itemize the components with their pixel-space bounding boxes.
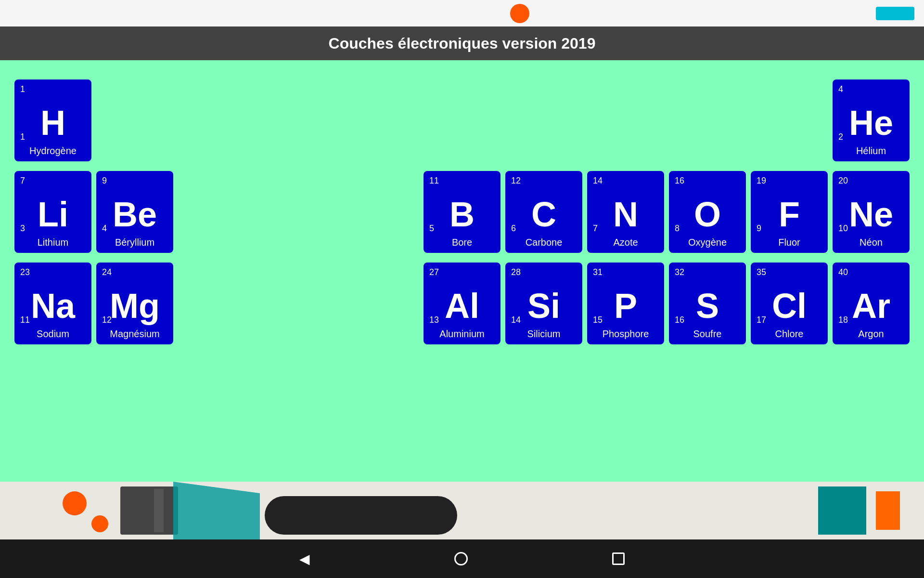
element-name: Argon [858, 328, 884, 340]
element-nitrogen[interactable]: 14 N 7 Azote [587, 171, 664, 253]
element-oxygen[interactable]: 16 O 8 Oxygène [669, 171, 746, 253]
element-name: Sodium [37, 328, 69, 340]
element-symbol: O [694, 197, 721, 232]
recents-icon [612, 552, 625, 565]
deco-circle-1 [63, 491, 87, 515]
element-name: Chlore [775, 328, 804, 340]
deco-arrow [154, 489, 164, 532]
element-name: Azote [613, 237, 638, 248]
period-row-1: 1 H 1 Hydrogène 4 He 2 Hélium [14, 79, 910, 161]
bottom-decoration [0, 482, 924, 539]
element-symbol: Mg [110, 289, 160, 323]
element-name: Silicium [527, 328, 561, 340]
atomic-number: 1 [20, 84, 25, 94]
element-carbon[interactable]: 12 C 6 Carbone [505, 171, 582, 253]
element-name: Lithium [38, 237, 68, 248]
element-symbol: He [849, 105, 893, 140]
atomic-number: 20 [838, 176, 848, 186]
atomic-number: 32 [675, 267, 684, 277]
element-symbol: F [779, 197, 800, 232]
element-name: Fluor [778, 237, 800, 248]
element-symbol: Cl [772, 289, 807, 323]
element-name: Hélium [856, 145, 886, 157]
element-name: Néon [860, 237, 883, 248]
element-name: Bore [452, 237, 472, 248]
element-name: Oxygène [688, 237, 727, 248]
element-fluorine[interactable]: 19 F 9 Fluor [751, 171, 828, 253]
atomic-number: 35 [757, 267, 766, 277]
element-symbol: Li [38, 197, 68, 232]
period-row-3: 23 Na 11 Sodium 24 Mg 12 Magnésium 27 Al… [14, 263, 910, 344]
element-symbol: P [614, 289, 637, 323]
recents-button[interactable] [612, 552, 625, 565]
element-lithium[interactable]: 7 Li 3 Lithium [14, 171, 91, 253]
atomic-number: 24 [102, 267, 112, 277]
element-beryllium[interactable]: 9 Be 4 Béryllium [96, 171, 173, 253]
element-phosphorus[interactable]: 31 P 15 Phosphore [587, 263, 664, 344]
element-name: Magnésium [110, 328, 159, 340]
home-icon [454, 552, 468, 565]
electron-count: 9 [757, 223, 761, 234]
element-sodium[interactable]: 23 Na 11 Sodium [14, 263, 91, 344]
electron-count: 13 [429, 315, 439, 325]
element-symbol: S [696, 289, 719, 323]
electron-count: 8 [675, 223, 680, 234]
element-symbol: Ar [852, 289, 890, 323]
deco-teal-1 [173, 482, 260, 539]
element-symbol: N [613, 197, 638, 232]
atomic-number: 12 [511, 176, 521, 186]
element-magnesium[interactable]: 24 Mg 12 Magnésium [96, 263, 173, 344]
atomic-number: 40 [838, 267, 848, 277]
atomic-number: 4 [838, 84, 843, 94]
electron-count: 16 [675, 315, 684, 325]
atomic-number: 11 [429, 176, 439, 186]
element-sulfur[interactable]: 32 S 16 Soufre [669, 263, 746, 344]
atomic-number: 16 [675, 176, 684, 186]
electron-count: 12 [102, 315, 112, 325]
main-content: 1 H 1 Hydrogène 4 He 2 Hélium 7 Li 3 Lit… [0, 60, 924, 482]
electron-count: 5 [429, 223, 434, 234]
electron-count: 2 [838, 132, 843, 142]
back-button[interactable]: ◀ [299, 551, 310, 567]
element-helium[interactable]: 4 He 2 Hélium [833, 79, 910, 161]
deco-shape-1 [120, 486, 178, 535]
back-icon: ◀ [299, 551, 310, 567]
element-hydrogen[interactable]: 1 H 1 Hydrogène [14, 79, 91, 161]
electron-count: 3 [20, 223, 25, 234]
atomic-number: 28 [511, 267, 521, 277]
element-aluminium[interactable]: 27 Al 13 Aluminium [424, 263, 500, 344]
atomic-number: 19 [757, 176, 766, 186]
element-neon[interactable]: 20 Ne 10 Néon [833, 171, 910, 253]
element-argon[interactable]: 40 Ar 18 Argon [833, 263, 910, 344]
element-name: Soufre [693, 328, 722, 340]
electron-count: 18 [838, 315, 848, 325]
electron-count: 7 [593, 223, 598, 234]
element-name: Aluminium [439, 328, 484, 340]
electron-count: 6 [511, 223, 516, 234]
element-symbol: Al [445, 289, 479, 323]
atomic-number: 27 [429, 267, 439, 277]
home-button[interactable] [454, 552, 468, 565]
electron-count: 11 [20, 315, 30, 325]
element-symbol: Be [113, 197, 157, 232]
deco-orange-strip [876, 491, 900, 530]
app-header: Couches électroniques version 2019 [0, 26, 924, 60]
element-boron[interactable]: 11 B 5 Bore [424, 171, 500, 253]
deco-dark-shape [265, 496, 457, 535]
atomic-number: 31 [593, 267, 603, 277]
atomic-number: 7 [20, 176, 25, 186]
electron-count: 4 [102, 223, 107, 234]
element-silicon[interactable]: 28 Si 14 Silicium [505, 263, 582, 344]
deco-circle-2 [91, 515, 108, 532]
element-symbol: H [40, 105, 65, 140]
electron-count: 1 [20, 132, 25, 142]
electron-count: 15 [593, 315, 603, 325]
element-symbol: C [531, 197, 556, 232]
app-title: Couches électroniques version 2019 [329, 35, 596, 53]
electron-count: 14 [511, 315, 521, 325]
element-symbol: Ne [849, 197, 893, 232]
atomic-number: 9 [102, 176, 107, 186]
element-name: Béryllium [115, 237, 154, 248]
period-row-2: 7 Li 3 Lithium 9 Be 4 Béryllium 11 B 5 B… [14, 171, 910, 253]
element-chlorine[interactable]: 35 Cl 17 Chlore [751, 263, 828, 344]
